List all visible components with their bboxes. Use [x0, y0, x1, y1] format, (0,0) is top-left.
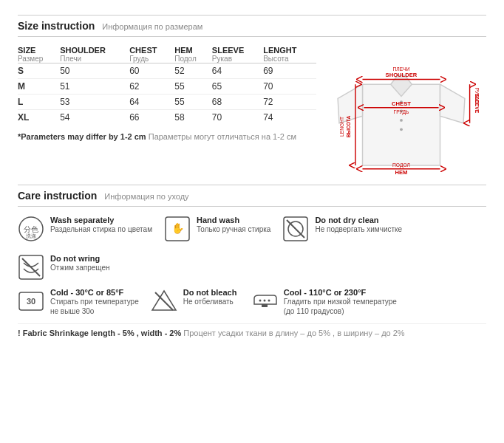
care-title-cold-wash: Cold - 30°C or 85°F — [50, 288, 139, 297]
care-item-hand-wash: ✋ Hand wash Только ручная стирка — [164, 216, 270, 242]
cell-size: M — [18, 79, 60, 95]
cell-chest: 66 — [129, 110, 174, 126]
care-desc-wash-separate: Раздельная стирка по цветам — [50, 224, 152, 234]
svg-marker-3 — [440, 84, 465, 123]
svg-text:SHOULDER: SHOULDER — [386, 72, 418, 78]
svg-text:分色: 分色 — [24, 225, 38, 233]
cell-hem: 55 — [174, 79, 212, 95]
cell-length: 72 — [263, 95, 316, 110]
size-table: SIZEРазмер SHOULDERПлечи CHESTГрудь HEMП… — [18, 44, 316, 125]
care-item-cool-iron: Cool - 110°C or 230°F Гладить при низкой… — [251, 288, 397, 316]
wash-separate-icon: 分色 洗涤 — [18, 216, 44, 242]
care-title-no-dry-clean: Do not dry clean — [315, 216, 402, 224]
col-length: LENGHTВысота — [263, 44, 316, 63]
cell-chest: 60 — [129, 63, 174, 79]
svg-text:ГРУДЬ: ГРУДЬ — [394, 109, 409, 115]
cell-shoulder: 53 — [60, 95, 129, 110]
params-note-ru: Параметры могут отличаться на 1-2 см — [149, 132, 296, 141]
care-item-wash-separate: 分色 洗涤 Wash separately Раздельная стирка … — [18, 216, 152, 242]
table-row: XL 54 66 58 70 74 — [18, 110, 316, 126]
care-text-cool-iron: Cool - 110°C or 230°F Гладить при низкой… — [284, 288, 397, 316]
cell-length: 69 — [263, 63, 316, 79]
cell-hem: 52 — [174, 63, 212, 79]
care-text-no-dry-clean: Do not dry clean Не подвергать химчистке — [315, 216, 402, 234]
svg-text:ВЫСОТА: ВЫСОТА — [346, 115, 351, 137]
cell-shoulder: 50 — [60, 63, 129, 79]
size-subtitle: Информация по размерам — [102, 22, 202, 31]
svg-text:CHEST: CHEST — [392, 100, 411, 107]
cell-size: L — [18, 95, 60, 110]
table-row: S 50 60 52 64 69 — [18, 63, 316, 79]
col-shoulder: SHOULDERПлечи — [60, 44, 129, 63]
care-icons-row: 分色 洗涤 Wash separately Раздельная стирка … — [18, 216, 486, 281]
care-desc-cool-iron: Гладить при низкой температуре(до 110 гр… — [284, 297, 397, 316]
cell-sleeve: 70 — [212, 110, 263, 126]
col-sleeve: SLEEVEРукав — [212, 44, 263, 63]
svg-text:30: 30 — [27, 297, 35, 306]
cell-chest: 64 — [129, 95, 174, 110]
shrinkage-text-ru: Процент усадки ткани в длину – до 5% , в… — [183, 329, 404, 337]
care-section: Care instruction Информация по уходу 分色 … — [18, 185, 486, 337]
svg-text:ПОДОЛ: ПОДОЛ — [392, 162, 410, 168]
care-item-no-wring: Do not wring Отжим запрещен — [18, 254, 110, 281]
cold-wash-icon: 30 — [18, 288, 44, 315]
care-desc-no-dry-clean: Не подвергать химчистке — [315, 224, 402, 234]
care-icons-row-2: 30 Cold - 30°C or 85°F Стирать при темпе… — [18, 288, 486, 316]
care-text-wash-separate: Wash separately Раздельная стирка по цве… — [50, 216, 152, 234]
svg-point-38 — [259, 300, 261, 302]
hand-wash-icon: ✋ — [164, 216, 191, 242]
svg-text:ПЛЕЧИ: ПЛЕЧИ — [393, 66, 410, 72]
table-row: M 51 62 55 65 70 — [18, 79, 316, 95]
care-item-no-bleach: Do not bleach Не отбеливать — [151, 288, 239, 316]
care-title-no-bleach: Do not bleach — [183, 288, 237, 297]
size-title: Size instruction — [18, 20, 95, 32]
cell-hem: 55 — [174, 95, 212, 110]
svg-text:HEM: HEM — [395, 169, 408, 176]
care-text-hand-wash: Hand wash Только ручная стирка — [197, 216, 270, 234]
cool-iron-icon — [251, 288, 278, 315]
garment-diagram-panel: SHOULDER ПЛЕЧИ CHEST ГРУДЬ HEM ПОДОЛ ВЫС… — [324, 44, 486, 177]
care-desc-no-wring: Отжим запрещен — [50, 263, 110, 272]
cell-sleeve: 64 — [212, 63, 263, 79]
care-desc-no-bleach: Не отбеливать — [183, 297, 237, 306]
size-content-wrapper: SIZEРазмер SHOULDERПлечи CHESTГрудь HEMП… — [18, 44, 486, 177]
svg-point-40 — [268, 300, 270, 302]
params-note: *Parameters may differ by 1-2 cm Парамет… — [18, 132, 316, 141]
care-text-no-bleach: Do not bleach Не отбеливать — [183, 288, 237, 306]
cell-sleeve: 65 — [212, 79, 263, 95]
svg-point-6 — [400, 119, 403, 122]
care-desc-hand-wash: Только ручная стирка — [197, 224, 270, 234]
shrinkage-text-en: ! Fabric Shrinkage length - 5% , width -… — [18, 329, 181, 337]
garment-svg: SHOULDER ПЛЕЧИ CHEST ГРУДЬ HEM ПОДОЛ ВЫС… — [324, 44, 479, 177]
garment-diagram: SHOULDER ПЛЕЧИ CHEST ГРУДЬ HEM ПОДОЛ ВЫС… — [324, 44, 479, 177]
col-hem: HEMПодол — [174, 44, 212, 63]
care-title-hand-wash: Hand wash — [197, 216, 270, 224]
care-item-no-dry-clean: Do not dry clean Не подвергать химчистке — [282, 216, 402, 242]
cell-shoulder: 51 — [60, 79, 129, 95]
size-table-panel: SIZEРазмер SHOULDERПлечи CHESTГрудь HEMП… — [18, 44, 324, 177]
cell-hem: 58 — [174, 110, 212, 126]
params-note-en: *Parameters may differ by 1-2 cm — [18, 132, 146, 141]
cell-length: 74 — [263, 110, 316, 126]
care-title-no-wring: Do not wring — [50, 254, 110, 263]
care-text-cold-wash: Cold - 30°C or 85°F Стирать при температ… — [50, 288, 139, 316]
care-item-cold-wash: 30 Cold - 30°C or 85°F Стирать при темпе… — [18, 288, 139, 316]
cell-size: S — [18, 63, 60, 79]
svg-text:洗涤: 洗涤 — [26, 233, 36, 238]
svg-text:РУКАВ: РУКАВ — [474, 88, 479, 104]
svg-text:✋: ✋ — [171, 222, 185, 235]
svg-point-39 — [263, 300, 265, 302]
cell-length: 70 — [263, 79, 316, 95]
page: Size instruction Информация по размерам … — [0, 0, 504, 443]
care-title-wash-separate: Wash separately — [50, 216, 152, 224]
svg-line-32 — [22, 258, 40, 276]
no-bleach-icon — [151, 288, 177, 315]
svg-text:LENGHT: LENGHT — [339, 117, 344, 137]
care-section-header: Care instruction Информация по уходу — [18, 185, 486, 207]
care-subtitle: Информация по уходу — [104, 192, 188, 201]
no-dry-clean-icon — [282, 216, 309, 242]
svg-rect-37 — [262, 304, 268, 307]
cell-chest: 62 — [129, 79, 174, 95]
cell-size: XL — [18, 110, 60, 126]
col-size: SIZEРазмер — [18, 44, 60, 63]
